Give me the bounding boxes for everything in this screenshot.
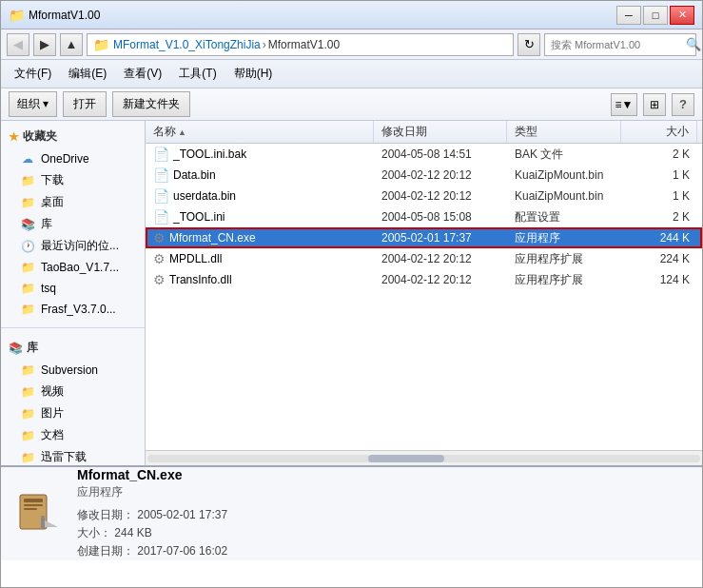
forward-button[interactable]: ▶ bbox=[33, 33, 56, 56]
sidebar-item-documents[interactable]: 📁 文档 bbox=[1, 424, 145, 446]
col-header-size[interactable]: 大小 bbox=[621, 121, 697, 143]
file-date-cell: 2004-02-12 20:12 bbox=[374, 252, 507, 265]
address-bar: ◀ ▶ ▲ 📁 MFormat_V1.0_XiTongZhiJia › Mfor… bbox=[1, 29, 702, 60]
table-row[interactable]: 📄 _TOOL.ini.bak 2004-05-08 14:51 BAK 文件 … bbox=[146, 144, 702, 165]
bottom-filetype: 应用程序 bbox=[77, 484, 687, 500]
svg-rect-3 bbox=[24, 508, 37, 510]
file-icon: 📄 bbox=[153, 147, 169, 162]
search-icon[interactable]: 🔍 bbox=[686, 37, 701, 51]
file-preview-icon bbox=[16, 491, 62, 537]
sidebar-item-xunlei[interactable]: 📁 迅雷下载 bbox=[1, 446, 145, 465]
view-toggle-button[interactable]: ≡▼ bbox=[611, 93, 637, 116]
open-button[interactable]: 打开 bbox=[63, 91, 107, 117]
sort-arrow: ▲ bbox=[178, 127, 186, 137]
title-bar: 📁 MformatV1.00 ─ □ ✕ bbox=[1, 1, 702, 29]
table-row[interactable]: 📄 Data.bin 2004-02-12 20:12 KuaiZipMount… bbox=[146, 165, 702, 186]
sidebar-item-library[interactable]: 📚 库 bbox=[1, 213, 145, 235]
file-name-text: Mformat_CN.exe bbox=[169, 231, 256, 245]
close-button[interactable]: ✕ bbox=[670, 6, 694, 25]
sidebar-item-frasf[interactable]: 📁 Frasf_V3.7.0... bbox=[1, 299, 145, 320]
horizontal-scrollbar[interactable] bbox=[146, 450, 702, 465]
file-size-cell: 244 K bbox=[621, 231, 697, 245]
col-header-type[interactable]: 类型 bbox=[507, 121, 621, 143]
path-part-2: MformatV1.00 bbox=[268, 38, 340, 51]
sidebar-item-video[interactable]: 📁 视频 bbox=[1, 381, 145, 402]
help-button[interactable]: ? bbox=[672, 93, 694, 116]
menu-file[interactable]: 文件(F) bbox=[9, 64, 57, 84]
search-input[interactable] bbox=[551, 39, 682, 50]
star-icon: ★ bbox=[9, 130, 19, 144]
file-name-text: Data.bin bbox=[173, 168, 216, 182]
col-header-date[interactable]: 修改日期 bbox=[374, 121, 507, 143]
sidebar-section-lib: 📚 库 📁 Subversion 📁 视频 📁 图片 📁 文档 bbox=[1, 332, 145, 465]
lib-label: 库 bbox=[27, 340, 38, 356]
file-type-cell: 应用程序扩展 bbox=[507, 251, 621, 267]
address-path[interactable]: 📁 MFormat_V1.0_XiTongZhiJia › MformatV1.… bbox=[87, 33, 514, 56]
file-name-text: userdata.bin bbox=[173, 189, 236, 203]
sidebar-item-subversion[interactable]: 📁 Subversion bbox=[1, 360, 145, 381]
file-icon: ⚙ bbox=[153, 230, 166, 245]
maximize-button[interactable]: □ bbox=[643, 6, 668, 25]
sidebar-item-tsq[interactable]: 📁 tsq bbox=[1, 278, 145, 299]
file-name-text: _TOOL.ini bbox=[173, 210, 225, 224]
file-size-cell: 1 K bbox=[621, 168, 697, 182]
sidebar-item-pictures[interactable]: 📁 图片 bbox=[1, 402, 145, 424]
file-type-cell: 应用程序 bbox=[507, 230, 621, 246]
sidebar-label-subversion: Subversion bbox=[41, 363, 98, 377]
search-box[interactable]: 🔍 bbox=[544, 33, 696, 56]
back-button[interactable]: ◀ bbox=[7, 33, 29, 56]
file-type-cell: 配置设置 bbox=[507, 209, 621, 225]
minimize-button[interactable]: ─ bbox=[616, 6, 641, 25]
svg-rect-5 bbox=[41, 516, 45, 529]
sidebar-header-favorites[interactable]: ★ 收藏夹 bbox=[1, 125, 145, 148]
sidebar-label-onedrive: OneDrive bbox=[41, 152, 89, 166]
view-icon-button[interactable]: ⊞ bbox=[643, 93, 666, 116]
menu-help[interactable]: 帮助(H) bbox=[228, 64, 279, 84]
file-date-cell: 2004-02-12 20:12 bbox=[374, 168, 507, 182]
frasf-icon: 📁 bbox=[20, 302, 35, 317]
refresh-button[interactable]: ↻ bbox=[517, 33, 540, 56]
scrollbar-thumb[interactable] bbox=[368, 455, 444, 462]
menu-tools[interactable]: 工具(T) bbox=[173, 64, 222, 84]
sidebar: ★ 收藏夹 ☁ OneDrive 📁 下载 📁 桌面 📚 库 bbox=[1, 121, 146, 465]
sidebar-item-recent[interactable]: 🕐 最近访问的位... bbox=[1, 235, 145, 257]
subversion-icon: 📁 bbox=[20, 363, 35, 378]
action-toolbar: 组织 ▾ 打开 新建文件夹 ≡▼ ⊞ ? bbox=[1, 88, 702, 121]
file-name-text: MPDLL.dll bbox=[169, 252, 222, 265]
file-date-cell: 2005-02-01 17:37 bbox=[374, 231, 507, 245]
sidebar-header-lib[interactable]: 📚 库 bbox=[1, 336, 145, 360]
file-size-cell: 2 K bbox=[621, 147, 697, 161]
file-list-container: 名称 ▲ 修改日期 类型 大小 📄 _TOOL.ini.bak 2004-05-… bbox=[146, 121, 702, 465]
table-row[interactable]: ⚙ Mformat_CN.exe 2005-02-01 17:37 应用程序 2… bbox=[146, 227, 702, 248]
file-name-cell: ⚙ MPDLL.dll bbox=[146, 251, 374, 266]
organize-button[interactable]: 组织 ▾ bbox=[9, 91, 57, 117]
svg-rect-1 bbox=[24, 499, 43, 502]
sidebar-item-onedrive[interactable]: ☁ OneDrive bbox=[1, 148, 145, 169]
table-row[interactable]: ⚙ TransInfo.dll 2004-02-12 20:12 应用程序扩展 … bbox=[146, 269, 702, 290]
content-area: ★ 收藏夹 ☁ OneDrive 📁 下载 📁 桌面 📚 库 bbox=[1, 121, 702, 465]
modified-value: 2005-02-01 17:37 bbox=[137, 508, 227, 521]
file-icon: ⚙ bbox=[153, 272, 166, 287]
path-part-1[interactable]: MFormat_V1.0_XiTongZhiJia bbox=[113, 38, 261, 51]
col-header-name[interactable]: 名称 ▲ bbox=[146, 121, 374, 143]
file-name-cell: ⚙ TransInfo.dll bbox=[146, 272, 374, 287]
taobao-icon: 📁 bbox=[20, 260, 35, 275]
file-date-cell: 2004-05-08 15:08 bbox=[374, 210, 507, 224]
sidebar-item-taobao[interactable]: 📁 TaoBao_V1.7... bbox=[1, 257, 145, 278]
menu-edit[interactable]: 编辑(E) bbox=[63, 64, 112, 84]
table-row[interactable]: 📄 _TOOL.ini 2004-05-08 15:08 配置设置 2 K bbox=[146, 206, 702, 227]
table-row[interactable]: ⚙ MPDLL.dll 2004-02-12 20:12 应用程序扩展 224 … bbox=[146, 248, 702, 269]
tsq-icon: 📁 bbox=[20, 281, 35, 296]
video-icon: 📁 bbox=[20, 384, 35, 400]
sidebar-item-downloads[interactable]: 📁 下载 bbox=[1, 169, 145, 191]
table-row[interactable]: 📄 userdata.bin 2004-02-12 20:12 KuaiZipM… bbox=[146, 186, 702, 206]
created-label: 创建日期： bbox=[77, 544, 134, 558]
sidebar-scroll: ★ 收藏夹 ☁ OneDrive 📁 下载 📁 桌面 📚 库 bbox=[1, 121, 145, 465]
menu-view[interactable]: 查看(V) bbox=[118, 64, 167, 84]
sidebar-item-desktop[interactable]: 📁 桌面 bbox=[1, 191, 145, 213]
new-folder-button[interactable]: 新建文件夹 bbox=[112, 91, 190, 117]
file-name-text: TransInfo.dll bbox=[169, 273, 232, 286]
created-value: 2017-07-06 16:02 bbox=[137, 544, 227, 558]
recent-icon: 🕐 bbox=[20, 239, 35, 254]
up-button[interactable]: ▲ bbox=[60, 33, 83, 56]
